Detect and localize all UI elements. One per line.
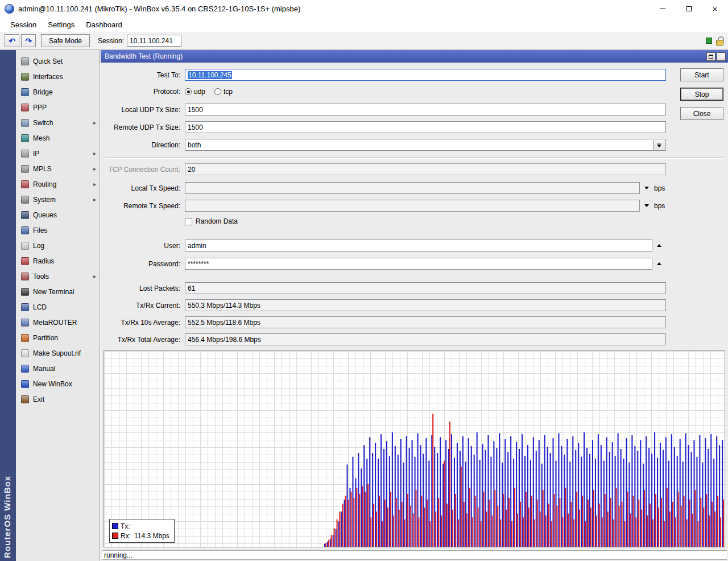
sidebar-item-label: New Terminal — [33, 288, 74, 296]
txrx-current-field: 550.3 Mbps/114.3 Mbps — [185, 299, 666, 311]
sidebar-item-switch[interactable]: Switch▸ — [16, 115, 100, 130]
sidebar-item-label: Routing — [33, 180, 56, 188]
sidebar-item-ip[interactable]: IP▸ — [16, 146, 100, 161]
close-icon: × — [713, 5, 718, 13]
legend-tx-label: Tx: — [121, 522, 130, 530]
sidebar-item-new-winbox[interactable]: New WinBox — [16, 376, 100, 391]
tools-icon — [21, 273, 29, 280]
sidebar-item-label: PPP — [33, 104, 47, 112]
up-arrow-icon — [657, 262, 661, 265]
window-controls: × — [650, 0, 728, 17]
sidebar-item-metarouter[interactable]: MetaROUTER — [16, 315, 100, 330]
session-label: Session: — [98, 37, 124, 45]
sidebar-item-label: Switch — [33, 119, 53, 127]
password-label: Password: — [105, 260, 185, 268]
protocol-radio-tcp[interactable] — [214, 88, 221, 95]
menu-dashboard[interactable]: Dashboard — [80, 19, 128, 31]
password-collapse-button[interactable] — [657, 262, 661, 265]
tcp-connection-count-value: 20 — [188, 166, 195, 174]
menubar: Session Settings Dashboard — [0, 17, 728, 32]
maximize-button[interactable] — [676, 0, 702, 17]
sidebar-item-exit[interactable]: Exit — [16, 391, 100, 407]
close-button[interactable]: × — [702, 0, 728, 17]
start-button[interactable]: Start — [680, 68, 723, 81]
dialog-close-button[interactable]: × — [717, 52, 726, 61]
remote-udp-tx-size-input[interactable] — [185, 121, 666, 133]
local-tx-speed-dropdown-button[interactable] — [644, 187, 649, 189]
safe-mode-button[interactable]: Safe Mode — [41, 34, 90, 47]
sidebar-item-mesh[interactable]: Mesh — [16, 130, 100, 146]
dropdown-arrow-icon — [644, 187, 649, 189]
user-input[interactable] — [185, 240, 652, 251]
dialog-titlebar[interactable]: Bandwidth Test (Running) × — [101, 50, 728, 63]
legend-rx-value: 114.3 Mbps — [134, 532, 169, 540]
dialog-title: Bandwidth Test (Running) — [105, 52, 183, 60]
sidebar-item-mpls[interactable]: MPLS▸ — [16, 161, 100, 176]
legend-rx-label: Rx: — [121, 532, 131, 540]
sidebar-item-make-supout[interactable]: Make Supout.rif — [16, 345, 100, 361]
protocol-udp-label: udp — [194, 88, 205, 96]
stop-button[interactable]: Stop — [680, 88, 723, 101]
sidebar-item-label: System — [33, 196, 56, 204]
section-separator — [105, 158, 723, 159]
bandwidth-chart: Tx: Rx: 114.3 Mbps — [104, 350, 725, 547]
sidebar-item-files[interactable]: Files — [16, 222, 100, 238]
sidebar-item-new-terminal[interactable]: New Terminal — [16, 284, 100, 299]
sidebar-item-label: Interfaces — [33, 73, 63, 81]
password-input[interactable] — [185, 258, 652, 270]
protocol-radio-udp[interactable] — [185, 88, 192, 95]
legend-rx-swatch-icon — [112, 533, 118, 539]
submenu-arrow-icon: ▸ — [93, 273, 96, 279]
main-area: RouterOS WinBox Quick SetInterfacesBridg… — [0, 50, 728, 561]
menu-session[interactable]: Session — [5, 19, 42, 31]
txrx-total-average-value: 456.4 Mbps/198.6 Mbps — [188, 336, 261, 344]
sidebar-item-bridge[interactable]: Bridge — [16, 84, 100, 100]
sidebar-item-quick-set[interactable]: Quick Set — [16, 53, 100, 69]
test-to-input[interactable]: 10.11.100.245 — [185, 69, 666, 81]
sidebar-item-manual[interactable]: Manual — [16, 361, 100, 376]
undo-button[interactable]: ↶ — [5, 34, 19, 47]
txrx-10s-average-value: 552.5 Mbps/118.6 Mbps — [188, 319, 260, 327]
routing-icon — [21, 180, 29, 188]
metarouter-icon — [21, 319, 29, 327]
session-input[interactable] — [127, 35, 181, 47]
sidebar-item-lcd[interactable]: LCD — [16, 299, 100, 315]
sidebar-item-system[interactable]: System▸ — [16, 192, 100, 207]
close-dialog-button[interactable]: Close — [680, 107, 723, 120]
user-collapse-button[interactable] — [657, 244, 661, 247]
sidebar-item-routing[interactable]: Routing▸ — [16, 176, 100, 192]
terminal-icon — [21, 288, 29, 296]
local-tx-speed-input[interactable] — [185, 182, 640, 194]
direction-dropdown[interactable]: both — [185, 139, 666, 151]
bridge-icon — [21, 88, 29, 96]
remote-tx-speed-label: Remote Tx Speed: — [105, 202, 185, 210]
remote-tx-speed-input[interactable] — [185, 200, 640, 212]
dialog-restore-button[interactable] — [706, 52, 715, 61]
sidebar-item-label: MPLS — [33, 165, 52, 173]
sidebar-item-partition[interactable]: Partition — [16, 330, 100, 345]
direction-dropdown-button[interactable] — [653, 140, 665, 150]
dialog-action-buttons: Start Stop Close — [680, 68, 723, 120]
sidebar-item-radius[interactable]: Radius — [16, 253, 100, 269]
sidebar-item-log[interactable]: Log — [16, 238, 100, 253]
supout-file-icon — [21, 349, 29, 357]
redo-button[interactable]: ↷ — [21, 34, 36, 47]
local-udp-tx-size-input[interactable] — [185, 104, 666, 116]
sidebar-item-queues[interactable]: Queues — [16, 207, 100, 222]
sidebar-item-interfaces[interactable]: Interfaces — [16, 69, 100, 84]
partition-pie-icon — [21, 334, 29, 342]
minimize-button[interactable] — [650, 0, 676, 17]
sidebar-item-tools[interactable]: Tools▸ — [16, 269, 100, 284]
remote-tx-speed-dropdown-button[interactable] — [644, 204, 649, 207]
exit-door-icon — [21, 395, 29, 403]
dropdown-arrow-icon — [657, 145, 661, 147]
sidebar-item-ppp[interactable]: PPP — [16, 100, 100, 115]
secure-lock-icon — [716, 40, 723, 46]
txrx-10s-average-label: Tx/Rx 10s Average: — [105, 319, 185, 327]
random-data-checkbox[interactable] — [185, 218, 192, 225]
minimize-icon — [660, 9, 665, 9]
dropdown-arrow-icon — [644, 204, 649, 207]
direction-value: both — [188, 141, 201, 149]
window-title: admin@10.11.100.241 (MikroTik) - WinBox … — [18, 5, 300, 13]
menu-settings[interactable]: Settings — [42, 19, 80, 31]
